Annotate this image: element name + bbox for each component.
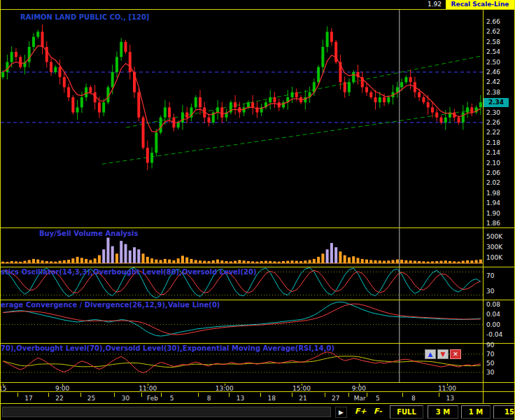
axis-label: 2.62 (486, 28, 500, 35)
axis-label: 2.30 (486, 109, 500, 116)
axis-label: 100K (486, 254, 502, 261)
trading-app-window: 1.92 Recal Scale-Line RAIMON LAND PUBLIC… (0, 0, 515, 420)
axis-label: 90 (486, 342, 494, 349)
macd-title: erage Convergence / Divergence(26,12,9),… (1, 301, 220, 309)
axis-tick (114, 393, 115, 397)
date-label: 21 (299, 395, 306, 402)
rsi-panel: 70),Overbought Level(70),Oversold Level(… (1, 343, 515, 382)
axis-label: 1.90 (486, 210, 500, 217)
chart-title: RAIMON LAND PUBLIC CO., [120] (20, 13, 149, 21)
axis-label: 2.02 (486, 179, 500, 186)
axis-label: 2.14 (486, 149, 500, 156)
date-label: 5 (376, 395, 380, 402)
play-icon[interactable]: ▶ (335, 407, 347, 418)
axis-label: 2.42 (486, 78, 500, 85)
date-label: 17 (24, 395, 32, 402)
axis-tick (141, 393, 142, 397)
axis-label: 1.98 (486, 190, 500, 197)
axis-label: 30 (486, 369, 494, 376)
volume-panel: Buy/Sell Volume Analysis 500K300K100K (1, 227, 515, 267)
axis-tick (260, 393, 261, 397)
price-axis: 2.662.622.582.542.502.462.422.382.342.30… (484, 10, 515, 227)
toolbar-button-full[interactable]: FULL (390, 405, 423, 419)
axis-tick (439, 393, 439, 397)
axis-tick (80, 393, 81, 397)
axis-label: 2.46 (486, 69, 500, 76)
axis-label: 2.06 (486, 169, 500, 176)
close-icon[interactable]: ✕ (450, 349, 461, 359)
axis-separator-line (483, 9, 484, 403)
axis-label: 2.38 (486, 89, 500, 96)
toolbar-button-3-m[interactable]: 3 M (428, 405, 458, 419)
toolbar-button-1-m[interactable]: 1 M (461, 405, 491, 419)
bottom-toolbar: ▶ F+ F- FULL3 M1 M15 (1, 403, 515, 420)
candlestick-chart-canvas[interactable] (1, 10, 483, 228)
axis-label: 2.66 (486, 18, 500, 25)
axis-label: 2.18 (486, 139, 500, 146)
macd-axis: 0.080.040.00-0.04 (484, 300, 515, 343)
volume-axis: 500K300K100K (484, 228, 515, 267)
axis-label: 1.86 (486, 220, 500, 227)
macd-panel: erage Convergence / Divergence(26,12,9),… (1, 300, 515, 343)
stochastic-axis: 7030 (484, 267, 515, 300)
date-label: 13 (237, 395, 244, 402)
axis-tick (229, 393, 230, 397)
axis-label: 70 (486, 351, 494, 358)
axis-label: -0.04 (486, 331, 502, 338)
stochastic-title: stics Oscillator(14,3,3),Overbought Leve… (1, 268, 257, 276)
scroll-down-icon[interactable]: ▼ (437, 349, 449, 359)
recal-scale-line-button[interactable]: Recal Scale-Line (446, 0, 514, 9)
date-label: Feb (147, 395, 158, 402)
axis-label: 50 (486, 360, 494, 367)
font-decrease-button[interactable]: F- (374, 407, 382, 416)
axis-label: 30 (486, 288, 494, 295)
axis-label: 0.00 (486, 321, 500, 328)
axis-tick (48, 393, 49, 397)
horizontal-scrollbar[interactable] (2, 407, 331, 417)
axis-label: 2.22 (486, 129, 500, 136)
price-chart-panel: RAIMON LAND PUBLIC CO., [120] 2.662.622.… (1, 9, 515, 227)
date-label: Mar (354, 395, 366, 402)
date-label: 8 (207, 395, 211, 402)
time-axis: 159:0011:0013:0015:009:0011:00 (1, 382, 515, 391)
axis-label: 0.04 (486, 311, 500, 318)
scale-value: 1.92 (428, 1, 442, 8)
date-label: 27 (332, 395, 339, 402)
top-bar: 1.92 Recal Scale-Line (1, 0, 514, 9)
axis-label: 300K (486, 244, 502, 251)
date-label: 22 (55, 395, 63, 402)
axis-tick (348, 393, 349, 397)
date-label: 5 (170, 395, 174, 402)
axis-tick (198, 393, 199, 397)
volume-title: Buy/Sell Volume Analysis (39, 230, 138, 237)
scroll-up-icon[interactable]: ▲ (425, 349, 436, 359)
axis-label: 2.58 (486, 38, 500, 46)
date-label: 8 (411, 395, 416, 402)
axis-tick (325, 393, 325, 397)
date-label: 18 (267, 395, 275, 402)
rsi-axis: 90705030 (484, 344, 515, 382)
axis-tick (292, 393, 292, 397)
axis-tick (367, 393, 367, 397)
axis-tick (161, 393, 162, 397)
axis-tick (17, 393, 18, 397)
date-label: 25 (87, 395, 95, 402)
rsi-title: 70),Overbought Level(70),Oversold Level(… (1, 344, 334, 352)
stochastic-panel: stics Oscillator(14,3,3),Overbought Leve… (1, 267, 515, 300)
toolbar-button-15[interactable]: 15 (493, 405, 515, 419)
axis-label: 500K (486, 233, 502, 240)
font-increase-button[interactable]: F+ (355, 407, 367, 416)
date-label: 13 (446, 395, 453, 402)
date-axis: 17222530Feb5813182127Mar5813 (1, 391, 515, 403)
axis-tick (402, 393, 403, 397)
current-price-tag: 2.34 (484, 98, 509, 107)
date-label: 30 (122, 395, 129, 402)
axis-label: 2.50 (486, 59, 500, 66)
axis-label: 2.10 (486, 160, 500, 167)
axis-label: 0.08 (486, 301, 500, 308)
axis-label: 2.26 (486, 119, 500, 126)
axis-label: 2.54 (486, 48, 500, 55)
axis-label: 1.94 (486, 200, 500, 206)
axis-label: 70 (486, 272, 494, 279)
